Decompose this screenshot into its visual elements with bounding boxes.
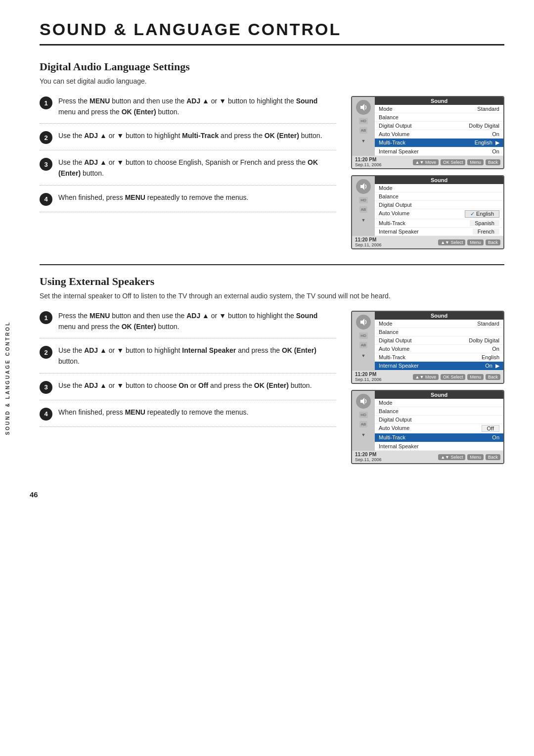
tv-row-balance-2: Balance (375, 192, 503, 201)
tv-time-4: 11:20 PM Sep.11, 2006 (355, 452, 382, 462)
tv-row-digital-output-2: Digital Output (375, 201, 503, 209)
tv-buttons-2: ▲▼ Select Menu Back (438, 239, 500, 245)
page-title: SOUND & LANGUAGE CONTROL (40, 20, 504, 46)
section2-step-2-number: 2 (40, 346, 52, 359)
tv-arrow-indicator-3: ▼ (361, 353, 366, 358)
section2-step-4: 4 When finished, press MENU repeatedly t… (40, 407, 336, 427)
tv-row-digital-output-3: Digital Output Dolby Digital (375, 336, 503, 345)
tv-row-mode-3: Mode Standard (375, 320, 503, 328)
step-3-number: 3 (40, 158, 52, 171)
tv-footer-2: 11:20 PM Sep.11, 2006 ▲▼ Select Menu Bac… (352, 236, 503, 248)
section2-step-2-text: Use the ADJ ▲ or ▼ button to highlight I… (58, 345, 336, 367)
tv-menu-header: Sound (375, 97, 503, 105)
tv-left-panel-1: HD AB ▼ (352, 97, 375, 156)
section2-content: 1 Press the MENU button and then use the… (40, 311, 504, 464)
tv-row-balance-4: Balance (375, 407, 503, 416)
tv-row-multi-track-2: Multi-Track Spanish (375, 219, 503, 228)
step-1-text: Press the MENU button and then use the A… (58, 96, 336, 117)
tv-arrow-indicator: ▼ (361, 139, 366, 143)
section2-screen1: HD AB ▼ Sound Mode Standard Balance (351, 311, 504, 384)
tv-row-balance-3: Balance (375, 328, 503, 336)
step-3-text: Use the ADJ ▲ or ▼ button to choose Engl… (58, 157, 336, 179)
section1-screens: HD AB ▼ Sound Mode Standard Balance (351, 96, 504, 249)
tv-time-3: 11:20 PM Sep.11, 2006 (355, 372, 382, 382)
section-digital-audio: Digital Audio Language Settings You can … (40, 60, 504, 249)
section2-step-3-text: Use the ADJ ▲ or ▼ button to choose On o… (58, 380, 312, 391)
tv-icon-sound (356, 100, 371, 115)
tv-row-mode-4: Mode (375, 399, 503, 407)
tv-row-internal-speaker-3: Internal Speaker On ▶ (375, 362, 503, 371)
section2-title: Using External Speakers (40, 275, 504, 288)
page-number: 46 (30, 490, 38, 499)
step-1: 1 Press the MENU button and then use the… (40, 96, 336, 124)
step-4-text: When finished, press MENU repeatedly to … (58, 192, 248, 203)
tv-icon-sound-3 (356, 315, 371, 330)
tv-row-auto-volume-3: Auto Volume On (375, 345, 503, 353)
tv-row-multi-track-4: Multi-Track ✓ On (375, 433, 503, 442)
section2-screens: HD AB ▼ Sound Mode Standard Balance (351, 311, 504, 464)
tv-row-multi-track: Multi-Track English ▶ (375, 139, 503, 147)
tv-label-ab-2: AB (359, 206, 368, 213)
section-external-speakers: Using External Speakers Set the internal… (40, 275, 504, 464)
tv-row-auto-volume-2: Auto Volume ✓ English (375, 209, 503, 219)
tv-footer-3: 11:20 PM Sep.11, 2006 ▲▼ Move OK Select … (352, 371, 503, 383)
tv-label-ab-3: AB (359, 342, 368, 348)
section1-intro: You can set digital audio language. (40, 77, 504, 85)
section2-step-4-text: When finished, press MENU repeatedly to … (58, 407, 248, 418)
section1-screen2: HD AB ▼ Sound Mode Balance (351, 175, 504, 249)
tv-icon-sound-2 (356, 179, 371, 194)
tv-row-internal-speaker-2: Internal Speaker French (375, 228, 503, 236)
tv-icon-sound-4 (356, 394, 371, 409)
tv-time-2: 11:20 PM Sep.11, 2006 (355, 237, 382, 247)
step-2-number: 2 (40, 131, 52, 144)
tv-row-balance: Balance (375, 113, 503, 122)
tv-label-hd-3: HD (359, 332, 368, 339)
tv-row-internal-speaker-4: Internal Speaker (375, 442, 503, 451)
tv-menu-1: Sound Mode Standard Balance Digital Outp… (375, 97, 503, 156)
tv-label-hd: HD (359, 118, 368, 124)
tv-arrow-indicator-2: ▼ (361, 218, 366, 223)
tv-row-digital-output: Digital Output Dolby Digital (375, 122, 503, 130)
section2-step-2: 2 Use the ADJ ▲ or ▼ button to highlight… (40, 345, 336, 373)
tv-row-mode: Mode Standard (375, 105, 503, 113)
section-divider (40, 264, 504, 265)
tv-menu-2: Sound Mode Balance Digital Output (375, 176, 503, 236)
tv-label-hd-2: HD (359, 197, 368, 203)
svg-marker-3 (360, 398, 364, 405)
step-2: 2 Use the ADJ ▲ or ▼ button to highlight… (40, 131, 336, 150)
tv-row-mode-2: Mode (375, 184, 503, 192)
tv-menu-header-4: Sound (375, 391, 503, 399)
section2-step-1: 1 Press the MENU button and then use the… (40, 311, 336, 338)
section2-step-3-number: 3 (40, 381, 52, 394)
section2-step-1-number: 1 (40, 311, 52, 324)
section2-steps: 1 Press the MENU button and then use the… (40, 311, 336, 464)
section2-step-3: 3 Use the ADJ ▲ or ▼ button to choose On… (40, 380, 336, 400)
step-4: 4 When finished, press MENU repeatedly t… (40, 192, 336, 212)
svg-marker-0 (360, 104, 364, 111)
tv-footer-4: 11:20 PM Sep.11, 2006 ▲▼ Select Menu Bac… (352, 451, 503, 463)
tv-label-ab-4: AB (359, 421, 368, 427)
tv-arrow-indicator-4: ▼ (361, 432, 366, 437)
tv-menu-4: Sound Mode Balance Digital Output (375, 391, 503, 451)
tv-row-multi-track-3: Multi-Track English (375, 353, 503, 362)
svg-marker-2 (360, 319, 364, 326)
section1-title: Digital Audio Language Settings (40, 60, 504, 73)
section2-step-1-text: Press the MENU button and then use the A… (58, 311, 336, 332)
section2-screen2: HD AB ▼ Sound Mode Balance (351, 390, 504, 464)
tv-row-auto-volume-4: Auto Volume Off (375, 424, 503, 433)
step-4-number: 4 (40, 193, 52, 206)
tv-row-internal-speaker: Internal Speaker On (375, 147, 503, 156)
tv-menu-header-2: Sound (375, 176, 503, 184)
tv-left-panel-4: HD AB ▼ (352, 391, 375, 451)
step-2-text: Use the ADJ ▲ or ▼ button to highlight M… (58, 131, 322, 142)
step-1-number: 1 (40, 96, 52, 109)
section1-steps: 1 Press the MENU button and then use the… (40, 96, 336, 249)
tv-menu-3: Sound Mode Standard Balance Digital Outp… (375, 312, 503, 371)
svg-marker-1 (360, 183, 364, 190)
tv-time-1: 11:20 PM Sep.11, 2006 (355, 157, 382, 167)
tv-label-ab: AB (359, 127, 368, 134)
tv-label-hd-4: HD (359, 412, 368, 418)
tv-menu-header-3: Sound (375, 312, 503, 320)
step-3: 3 Use the ADJ ▲ or ▼ button to choose En… (40, 157, 336, 185)
tv-buttons-3: ▲▼ Move OK Select Menu Back (413, 374, 500, 380)
